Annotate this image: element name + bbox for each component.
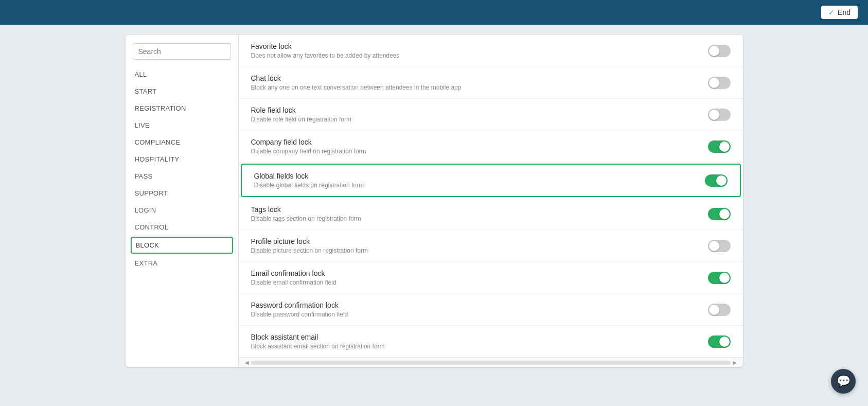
- toggle-company-field-lock[interactable]: [708, 140, 731, 153]
- setting-row-block-assistant-email: Block assistant emailBlock assistant ema…: [239, 326, 743, 358]
- checkmark-icon: ✓: [828, 8, 835, 16]
- setting-row-company-field-lock: Company field lockDisable company field …: [239, 131, 743, 163]
- setting-info-tags-lock: Tags lockDisable tags section on registr…: [251, 205, 708, 222]
- toggle-profile-picture-lock[interactable]: [708, 240, 731, 252]
- toggle-track-company-field-lock[interactable]: [708, 140, 731, 153]
- sidebar-item-compliance[interactable]: COMPLIANCE: [126, 134, 238, 151]
- setting-info-email-confirmation-lock: Email confirmation lockDisable email con…: [251, 269, 708, 286]
- setting-row-tags-lock: Tags lockDisable tags section on registr…: [239, 198, 743, 230]
- chat-bubble-button[interactable]: 💬: [831, 369, 856, 394]
- setting-desc-favorite-lock: Does not allow any favorites to be added…: [251, 52, 708, 59]
- toggle-favorite-lock[interactable]: [708, 45, 731, 57]
- toggle-password-confirmation-lock[interactable]: [708, 304, 731, 316]
- toggle-track-chat-lock[interactable]: [708, 77, 731, 89]
- setting-row-role-field-lock: Role field lockDisable role field on reg…: [239, 99, 743, 131]
- setting-title-block-assistant-email: Block assistant email: [251, 333, 708, 341]
- toggle-thumb-company-field-lock: [719, 142, 730, 152]
- h-scrollbar-track[interactable]: [251, 361, 731, 365]
- sidebar-item-login[interactable]: LOGIN: [126, 202, 238, 219]
- setting-info-global-fields-lock: Global fields lockDisable global fields …: [254, 172, 705, 189]
- chat-icon: 💬: [837, 375, 851, 388]
- toggle-track-email-confirmation-lock[interactable]: [708, 272, 731, 284]
- setting-title-global-fields-lock: Global fields lock: [254, 172, 705, 180]
- sidebar-item-hospitality[interactable]: HOSPITALITY: [126, 151, 238, 168]
- search-wrapper: [126, 43, 238, 66]
- end-label: End: [838, 8, 851, 16]
- settings-list: Favorite lockDoes not allow any favorite…: [239, 35, 743, 358]
- setting-title-favorite-lock: Favorite lock: [251, 42, 708, 50]
- setting-info-company-field-lock: Company field lockDisable company field …: [251, 138, 708, 155]
- setting-title-tags-lock: Tags lock: [251, 205, 708, 214]
- setting-title-role-field-lock: Role field lock: [251, 106, 708, 114]
- sidebar-item-all[interactable]: ALL: [126, 66, 238, 83]
- toggle-tags-lock[interactable]: [708, 208, 731, 220]
- setting-row-chat-lock: Chat lockBlock any one on one text conve…: [239, 67, 743, 99]
- nav-items-container: ALLSTARTREGISTRATIONLIVECOMPLIANCEHOSPIT…: [126, 66, 238, 272]
- toggle-thumb-email-confirmation-lock: [719, 273, 730, 283]
- toggle-track-global-fields-lock[interactable]: [705, 174, 728, 187]
- setting-desc-password-confirmation-lock: Disable password confirmation field: [251, 311, 708, 318]
- setting-title-profile-picture-lock: Profile picture lock: [251, 237, 708, 245]
- toggle-thumb-block-assistant-email: [719, 337, 730, 347]
- sidebar-item-support[interactable]: SUPPORT: [126, 185, 238, 202]
- setting-title-email-confirmation-lock: Email confirmation lock: [251, 269, 708, 277]
- toggle-thumb-tags-lock: [719, 209, 730, 219]
- toggle-role-field-lock[interactable]: [708, 109, 731, 121]
- main-container: ALLSTARTREGISTRATIONLIVECOMPLIANCEHOSPIT…: [0, 25, 868, 406]
- setting-desc-global-fields-lock: Disable global fields on registration fo…: [254, 182, 705, 189]
- toggle-track-password-confirmation-lock[interactable]: [708, 304, 731, 316]
- toggle-email-confirmation-lock[interactable]: [708, 272, 731, 284]
- top-bar: ✓ End: [0, 0, 868, 25]
- sidebar-item-block[interactable]: BLOCK: [131, 237, 233, 254]
- setting-info-favorite-lock: Favorite lockDoes not allow any favorite…: [251, 42, 708, 59]
- toggle-chat-lock[interactable]: [708, 77, 731, 89]
- setting-title-company-field-lock: Company field lock: [251, 138, 708, 146]
- setting-desc-profile-picture-lock: Disable picture section on registration …: [251, 247, 708, 254]
- sidebar-item-live[interactable]: LIVE: [126, 117, 238, 134]
- content-wrapper: Favorite lockDoes not allow any favorite…: [239, 35, 743, 367]
- setting-desc-company-field-lock: Disable company field on registration fo…: [251, 148, 708, 155]
- sidebar: ALLSTARTREGISTRATIONLIVECOMPLIANCEHOSPIT…: [126, 35, 239, 367]
- scroll-right-icon[interactable]: ▶: [731, 360, 739, 365]
- setting-info-profile-picture-lock: Profile picture lockDisable picture sect…: [251, 237, 708, 254]
- toggle-thumb-favorite-lock: [709, 46, 719, 56]
- setting-title-chat-lock: Chat lock: [251, 74, 708, 82]
- toggle-track-favorite-lock[interactable]: [708, 45, 731, 57]
- setting-desc-block-assistant-email: Block assistant email section on registr…: [251, 343, 708, 350]
- toggle-block-assistant-email[interactable]: [708, 336, 731, 348]
- toggle-thumb-global-fields-lock: [716, 175, 727, 186]
- sidebar-item-registration[interactable]: REGISTRATION: [126, 100, 238, 117]
- setting-row-email-confirmation-lock: Email confirmation lockDisable email con…: [239, 262, 743, 294]
- end-button[interactable]: ✓ End: [821, 6, 858, 19]
- setting-info-role-field-lock: Role field lockDisable role field on reg…: [251, 106, 708, 123]
- setting-desc-role-field-lock: Disable role field on registration form: [251, 116, 708, 123]
- sidebar-item-pass[interactable]: PASS: [126, 168, 238, 185]
- content-scroll[interactable]: Favorite lockDoes not allow any favorite…: [239, 35, 743, 358]
- setting-title-password-confirmation-lock: Password confirmation lock: [251, 301, 708, 309]
- toggle-thumb-profile-picture-lock: [709, 241, 719, 251]
- toggle-thumb-password-confirmation-lock: [709, 305, 719, 315]
- sidebar-item-control[interactable]: CONTROL: [126, 219, 238, 236]
- toggle-global-fields-lock[interactable]: [705, 174, 728, 187]
- setting-row-global-fields-lock: Global fields lockDisable global fields …: [241, 164, 741, 197]
- setting-desc-email-confirmation-lock: Disable email confirmation field: [251, 279, 708, 286]
- panel-wrapper: ALLSTARTREGISTRATIONLIVECOMPLIANCEHOSPIT…: [126, 35, 743, 367]
- search-input[interactable]: [133, 43, 231, 60]
- setting-row-favorite-lock: Favorite lockDoes not allow any favorite…: [239, 35, 743, 67]
- setting-info-password-confirmation-lock: Password confirmation lockDisable passwo…: [251, 301, 708, 318]
- setting-row-profile-picture-lock: Profile picture lockDisable picture sect…: [239, 230, 743, 262]
- toggle-track-tags-lock[interactable]: [708, 208, 731, 220]
- toggle-track-role-field-lock[interactable]: [708, 109, 731, 121]
- setting-row-password-confirmation-lock: Password confirmation lockDisable passwo…: [239, 294, 743, 326]
- setting-desc-tags-lock: Disable tags section on registration for…: [251, 215, 708, 222]
- sidebar-item-extra[interactable]: EXTRA: [126, 255, 238, 272]
- toggle-track-profile-picture-lock[interactable]: [708, 240, 731, 252]
- toggle-thumb-role-field-lock: [709, 110, 719, 120]
- toggle-thumb-chat-lock: [709, 78, 719, 88]
- scroll-left-icon[interactable]: ◀: [243, 360, 251, 365]
- h-scrollbar-row: ◀ ▶: [239, 358, 743, 367]
- setting-desc-chat-lock: Block any one on one text conversation b…: [251, 84, 708, 91]
- toggle-track-block-assistant-email[interactable]: [708, 336, 731, 348]
- sidebar-item-start[interactable]: START: [126, 83, 238, 100]
- setting-info-block-assistant-email: Block assistant emailBlock assistant ema…: [251, 333, 708, 350]
